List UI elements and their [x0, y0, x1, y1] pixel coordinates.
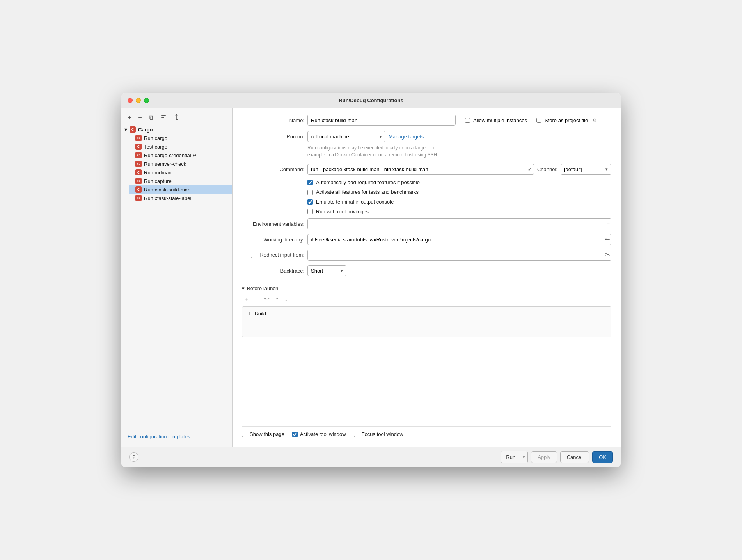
- allow-multiple-checkbox[interactable]: [465, 118, 470, 123]
- redirect-input-field[interactable]: [307, 250, 611, 261]
- maximize-button[interactable]: [144, 98, 149, 103]
- list-item-label: Test cargo: [144, 144, 167, 150]
- bottom-checkboxes: Show this page Activate tool window Focu…: [242, 426, 611, 440]
- auto-add-features-checkbox[interactable]: [307, 180, 313, 185]
- list-item-label: Run cargo: [144, 135, 167, 141]
- run-main-button[interactable]: Run: [501, 451, 520, 463]
- sidebar-toolbar: + − ⧉: [121, 112, 232, 125]
- gear-icon[interactable]: ⚙: [593, 117, 597, 123]
- channel-dropdown[interactable]: [default] ▾: [561, 164, 611, 175]
- run-dropdown-button[interactable]: ▾: [520, 451, 527, 463]
- manage-targets-link[interactable]: Manage targets...: [389, 134, 428, 140]
- list-item-label: Run capture: [144, 178, 172, 184]
- cargo-item-icon: C: [135, 144, 142, 150]
- activate-tool-item: Activate tool window: [292, 431, 346, 437]
- list-item-label: Run semver-check: [144, 161, 186, 167]
- backtrace-dropdown[interactable]: Short ▾: [307, 265, 346, 276]
- add-config-button[interactable]: +: [126, 114, 133, 122]
- svg-rect-1: [161, 117, 164, 118]
- store-project-checkbox[interactable]: [536, 118, 541, 123]
- run-debug-dialog: Run/Debug Configurations + − ⧉: [121, 93, 621, 467]
- cargo-item-icon: C: [135, 178, 142, 184]
- name-label: Name:: [242, 117, 304, 123]
- show-page-label: Show this page: [250, 431, 284, 437]
- list-item[interactable]: C Run mdman: [129, 168, 232, 177]
- env-vars-input[interactable]: [307, 218, 611, 229]
- build-item-label: Build: [255, 311, 266, 317]
- before-launch-edit-button[interactable]: ✏: [263, 294, 271, 303]
- show-page-item: Show this page: [242, 431, 284, 437]
- before-launch-move-down-button[interactable]: ↓: [283, 294, 289, 303]
- channel-chevron: ▾: [605, 167, 608, 172]
- dialog-title: Run/Debug Configurations: [339, 97, 403, 103]
- before-launch-section: ▾ Before launch + − ✏ ↑ ↓ ⊤ Build: [242, 285, 611, 337]
- activate-tool-checkbox[interactable]: [292, 432, 298, 437]
- copy-config-button[interactable]: ⧉: [147, 114, 155, 122]
- svg-rect-0: [161, 115, 166, 116]
- dialog-buttons: ? Run ▾ Apply Cancel OK: [121, 447, 621, 467]
- cargo-group[interactable]: ▾ C Cargo: [121, 125, 232, 134]
- traffic-lights: [128, 98, 149, 103]
- list-item[interactable]: C Run cargo-credential-↵: [129, 151, 232, 159]
- activate-all-features-checkbox[interactable]: [307, 190, 313, 195]
- list-item[interactable]: C Test cargo: [129, 142, 232, 151]
- expand-command-button[interactable]: ⤢: [528, 167, 532, 172]
- redirect-input-checkbox[interactable]: [251, 253, 256, 258]
- run-on-value: Local machine: [316, 134, 349, 140]
- run-root-row: Run with root privileges: [242, 209, 611, 214]
- list-item-label: Run mdman: [144, 170, 172, 175]
- before-launch-chevron: ▾: [242, 285, 245, 291]
- before-launch-move-up-button[interactable]: ↑: [274, 294, 280, 303]
- help-button[interactable]: ?: [129, 452, 138, 462]
- run-root-label: Run with root privileges: [316, 209, 369, 214]
- apply-button[interactable]: Apply: [531, 451, 557, 463]
- emulate-terminal-checkbox[interactable]: [307, 199, 313, 205]
- redirect-folder-button[interactable]: 🗁: [604, 252, 610, 258]
- show-page-checkbox[interactable]: [242, 432, 247, 437]
- run-root-checkbox[interactable]: [307, 209, 313, 214]
- remove-config-button[interactable]: −: [137, 114, 143, 122]
- run-on-dropdown[interactable]: ⌂ Local machine ▾: [307, 131, 385, 142]
- name-row: Name: Allow multiple instances Store as …: [242, 115, 611, 126]
- auto-add-features-row: Automatically add required features if p…: [242, 179, 611, 185]
- before-launch-item[interactable]: ⊤ Build: [242, 309, 611, 318]
- cancel-button[interactable]: Cancel: [560, 451, 589, 463]
- list-item[interactable]: C Run xtask-stale-label: [129, 194, 232, 202]
- list-item[interactable]: C Run cargo: [129, 134, 232, 142]
- before-launch-header[interactable]: ▾ Before launch: [242, 285, 611, 291]
- svg-rect-2: [161, 119, 165, 119]
- redirect-input-wrapper: 🗁: [307, 250, 611, 261]
- before-launch-remove-button[interactable]: −: [253, 294, 260, 303]
- activate-all-features-label: Activate all features for tests and benc…: [316, 189, 419, 195]
- name-input[interactable]: [307, 115, 456, 126]
- env-input-wrapper: ≡: [307, 218, 611, 229]
- command-input[interactable]: [307, 164, 534, 175]
- sort-config-button[interactable]: [172, 113, 181, 122]
- run-on-row: Run on: ⌂ Local machine ▾ Manage targets…: [242, 131, 611, 142]
- close-button[interactable]: [128, 98, 133, 103]
- cargo-item-icon: C: [135, 169, 142, 175]
- working-dir-folder-button[interactable]: 🗁: [604, 236, 610, 243]
- before-launch-add-button[interactable]: +: [243, 294, 250, 303]
- store-project-label: Store as project file: [545, 117, 588, 123]
- allow-multiple-row: Allow multiple instances: [465, 117, 527, 123]
- edit-templates-link[interactable]: Edit configuration templates...: [121, 430, 232, 443]
- backtrace-label: Backtrace:: [242, 268, 304, 274]
- backtrace-chevron: ▾: [341, 268, 343, 273]
- run-button-wrapper: Run ▾: [501, 451, 528, 463]
- activate-all-features-row: Activate all features for tests and benc…: [242, 189, 611, 195]
- working-dir-input[interactable]: [307, 234, 611, 245]
- build-icon: ⊤: [247, 310, 252, 317]
- list-item[interactable]: C Run capture: [129, 177, 232, 185]
- move-to-group-button[interactable]: [159, 113, 168, 122]
- sidebar: + − ⧉ ▾ C: [121, 108, 233, 447]
- list-item-label: Run cargo-credential-↵: [144, 152, 197, 158]
- selected-config-item[interactable]: C Run xtask-build-man: [129, 185, 232, 194]
- minimize-button[interactable]: [136, 98, 141, 103]
- selected-config-label: Run xtask-build-man: [144, 187, 190, 193]
- env-vars-expand-button[interactable]: ≡: [607, 221, 610, 227]
- working-dir-input-wrapper: 🗁: [307, 234, 611, 245]
- ok-button[interactable]: OK: [592, 451, 613, 463]
- list-item[interactable]: C Run semver-check: [129, 159, 232, 168]
- focus-tool-checkbox[interactable]: [354, 432, 359, 437]
